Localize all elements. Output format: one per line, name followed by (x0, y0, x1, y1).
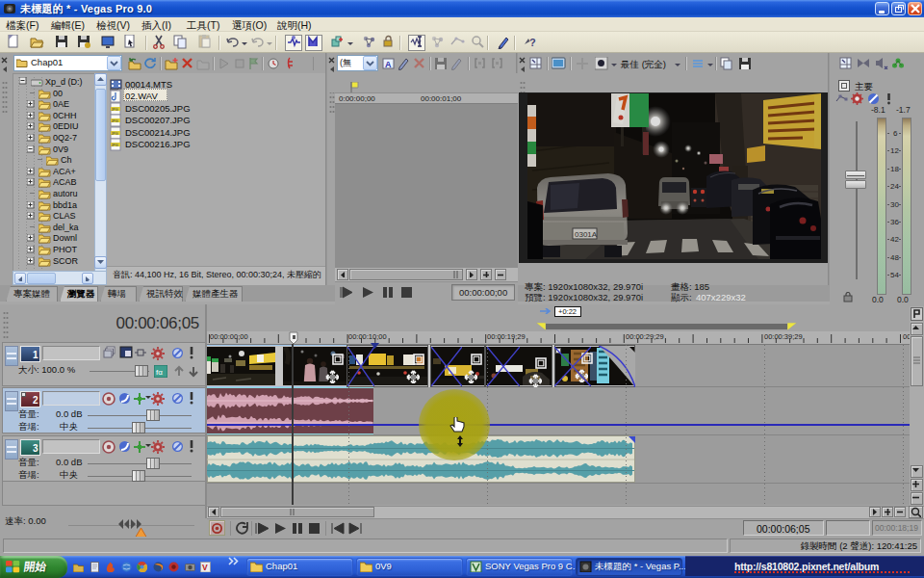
svg-text:?: ? (529, 37, 536, 48)
svg-text:JPG: JPG (112, 119, 118, 123)
svg-text:fα: fα (156, 368, 163, 377)
svg-text:V: V (202, 563, 208, 572)
svg-text:JPG: JPG (112, 131, 118, 135)
svg-text:JPG: JPG (112, 107, 118, 111)
svg-text:JPG: JPG (112, 144, 118, 147)
svg-text:A: A (385, 60, 392, 69)
